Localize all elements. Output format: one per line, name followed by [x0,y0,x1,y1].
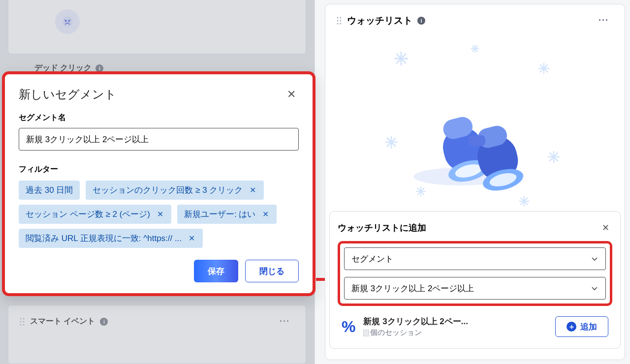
add-panel-title: ウォッチリストに追加 [338,222,426,234]
svg-point-12 [340,17,342,18]
save-button[interactable]: 保存 [194,260,238,282]
filter-chip-text: セッションのクリック回数 ≥ 3 クリック [93,184,243,196]
add-button[interactable]: ＋ 追加 [555,316,608,337]
filter-chip[interactable]: セッションのクリック回数 ≥ 3 クリック ✕ [86,181,264,200]
filter-chip[interactable]: セッション ページ数 ≥ 2 (ページ) ✕ [19,205,171,224]
filter-chip-text: 過去 30 日間 [26,184,73,196]
chip-remove-icon[interactable]: ✕ [156,210,164,219]
segment-result-row: % 新規 3クリック以上 2ペー... 個のセッション ＋ 追加 [338,316,612,337]
svg-rect-26 [469,135,485,146]
filter-chip-text: 新規ユーザー: はい [184,209,255,220]
filter-chip-list: 過去 30 日間 セッションのクリック回数 ≥ 3 クリック ✕ セッション ペ… [19,181,299,248]
bg-card-rage [8,0,306,54]
chip-remove-icon[interactable]: ✕ [249,185,257,195]
new-segment-modal: 新しいセグメント ✕ セグメント名 フィルター 過去 30 日間 セッションのク… [2,71,315,296]
chip-remove-icon[interactable]: ✕ [188,234,196,243]
card-menu-button[interactable]: ··· [594,13,614,28]
svg-point-15 [337,23,339,24]
segment-name-input[interactable] [19,128,299,151]
svg-point-16 [340,23,342,24]
chevron-down-icon [591,255,598,263]
modal-close-button[interactable]: ✕ [284,86,299,103]
select-value: 新規 3クリック以上 2ページ以上 [351,283,474,294]
chevron-down-icon [591,284,598,292]
svg-point-1 [65,21,66,22]
smart-event-label: スマート イベント [30,316,95,327]
filter-chip[interactable]: 過去 30 日間 [19,181,80,200]
rage-face-icon [55,9,80,34]
svg-point-8 [23,324,25,325]
percent-icon: % [342,318,355,336]
select-value: セグメント [351,253,393,265]
watchlist-title: ウォッチリスト [347,14,412,27]
drag-handle-icon[interactable] [336,17,342,25]
svg-point-7 [20,324,22,325]
filter-chip[interactable]: 閲覧済み URL 正規表現に一致: ^https:// ... ✕ [19,229,203,248]
bg-card-smart-event: スマート イベント i ··· [8,305,306,364]
svg-point-0 [62,16,73,27]
filters-label: フィルター [19,164,299,175]
svg-point-6 [23,321,25,322]
annotation-highlight-frame: セグメント 新規 3クリック以上 2ページ以上 [338,241,612,306]
binoculars-illustration [372,39,578,211]
card-menu-button[interactable]: ··· [275,314,295,329]
segment-name-label: セグメント名 [19,113,299,123]
add-button-label: 追加 [580,321,597,333]
result-segment-name: 新規 3クリック以上 2ペー... [363,316,547,327]
svg-point-3 [20,318,22,319]
plus-icon: ＋ [567,322,576,332]
drag-handle-icon [19,318,25,326]
add-panel-close-button[interactable]: ✕ [599,220,612,235]
info-icon: i [100,318,108,326]
svg-point-5 [20,321,22,322]
filter-chip-text: 閲覧済み URL 正規表現に一致: ^https:// ... [26,233,182,244]
svg-point-13 [337,20,339,21]
svg-point-4 [23,318,25,319]
info-icon[interactable]: i [417,17,425,25]
segment-value-select[interactable]: 新規 3クリック以上 2ページ以上 [344,277,606,300]
filter-chip-text: セッション ページ数 ≥ 2 (ページ) [26,209,150,220]
svg-point-14 [340,20,342,21]
segment-type-select[interactable]: セグメント [344,247,606,270]
close-button[interactable]: 閉じる [245,260,299,282]
svg-point-2 [68,21,69,22]
add-to-watchlist-panel: ウォッチリストに追加 ✕ セグメント 新規 3クリック以上 2ページ以上 % 新… [329,211,621,349]
svg-point-11 [337,17,339,18]
result-session-count: 個のセッション [363,328,547,337]
filter-chip[interactable]: 新規ユーザー: はい ✕ [177,205,277,224]
modal-title: 新しいセグメント [19,87,117,102]
watchlist-card: ウォッチリスト i ··· [325,4,625,360]
chip-remove-icon[interactable]: ✕ [261,210,270,219]
